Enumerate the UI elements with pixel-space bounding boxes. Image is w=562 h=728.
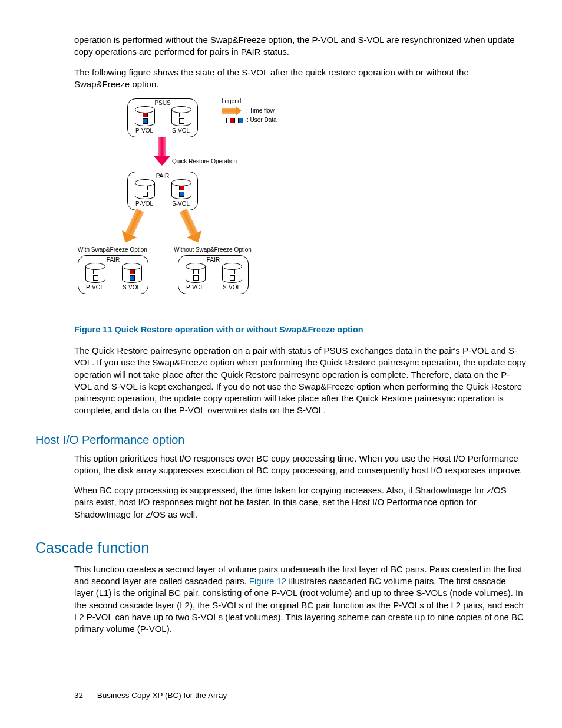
paragraph: The following figure shows the state of … <box>74 67 527 91</box>
cylinder-icon: P-VOL <box>186 263 204 291</box>
cylinder-icon: S-VOL <box>222 263 241 291</box>
status-label: PSUS <box>128 100 197 106</box>
cylinder-icon: P-VOL <box>135 179 154 207</box>
pair-box-with-option: PAIR P-VOL S-VOL <box>78 255 148 294</box>
figure-caption: Figure 11 Quick Restore operation with o… <box>74 325 527 334</box>
pvol-label: P-VOL <box>85 285 104 291</box>
pair-box-psus: PSUS P-VOL S-VOL <box>127 98 198 137</box>
cylinder-icon: S-VOL <box>171 179 190 207</box>
page-number: 32 <box>74 691 83 700</box>
page-footer: 32 Business Copy XP (BC) for the Array <box>74 691 227 700</box>
operation-label: Quick Restore Operation <box>172 159 237 164</box>
status-label: PAIR <box>128 173 197 179</box>
legend-user-data: : User Data <box>247 117 277 123</box>
with-option-label: With Swap&Freeze Option <box>74 247 151 253</box>
svol-label: S-VOL <box>171 201 190 207</box>
paragraph: This option prioritizes host I/O respons… <box>74 453 527 477</box>
legend-time-flow: : Time flow <box>246 108 275 114</box>
legend-title: Legend <box>222 98 277 104</box>
heading-host-io: Host I/O Performance option <box>35 433 527 447</box>
pair-box-without-option: PAIR P-VOL S-VOL <box>178 255 249 294</box>
svol-label: S-VOL <box>122 285 141 291</box>
svol-label: S-VOL <box>171 128 190 134</box>
xref-figure-12[interactable]: Figure 12 <box>249 576 286 586</box>
paragraph: The Quick Restore pairresync operation o… <box>74 345 527 417</box>
time-flow-arrow-icon <box>222 108 236 114</box>
cylinder-icon: P-VOL <box>135 106 154 134</box>
paragraph: This function creates a second layer of … <box>74 564 527 635</box>
figure-11-diagram: Legend : Time flow : User Data PSUS <box>74 98 527 311</box>
without-option-label: Without Swap&Freeze Option <box>168 247 257 253</box>
arrow-down-icon <box>121 209 144 244</box>
cylinder-icon: S-VOL <box>171 106 190 134</box>
heading-cascade: Cascade function <box>35 539 527 556</box>
cylinder-icon: P-VOL <box>85 263 104 291</box>
paragraph: operation is performed without the Swap&… <box>74 34 527 58</box>
pvol-label: P-VOL <box>135 201 154 207</box>
status-label: PAIR <box>178 257 248 263</box>
arrow-down-icon <box>158 137 166 166</box>
cylinder-icon: S-VOL <box>122 263 141 291</box>
user-data-swatches-icon <box>222 118 243 123</box>
footer-title: Business Copy XP (BC) for the Array <box>97 691 227 700</box>
svol-label: S-VOL <box>222 285 241 291</box>
pvol-label: P-VOL <box>186 285 204 291</box>
arrow-down-icon <box>180 209 202 244</box>
pair-box-pair: PAIR P-VOL S-VOL <box>127 172 198 210</box>
pvol-label: P-VOL <box>135 128 154 134</box>
paragraph: When BC copy processing is suppressed, t… <box>74 485 527 521</box>
status-label: PAIR <box>78 257 148 263</box>
